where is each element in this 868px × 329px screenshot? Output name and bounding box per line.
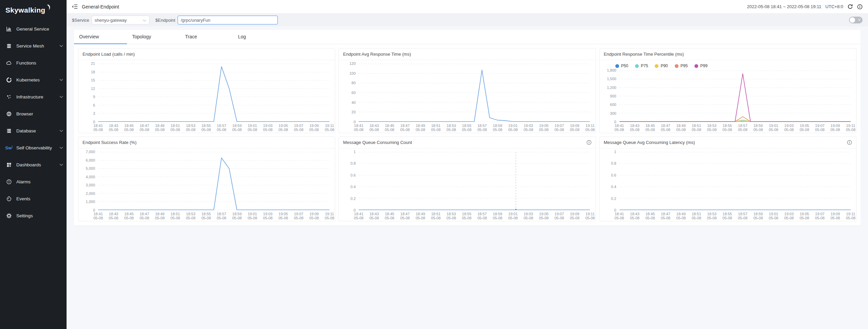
sidebar-item-label: Alarms: [16, 179, 63, 184]
service-select[interactable]: shenyu-gateway: [92, 16, 149, 24]
sidebar-item-functions[interactable]: Functions: [0, 54, 67, 71]
x-tick-label: 18:5105-08: [170, 212, 180, 220]
chart-card-message-queue-avg-consuming-latency-ms: Message Queue Avg Consuming Latency (ms)…: [599, 136, 856, 221]
sidebar-item-events[interactable]: Events: [0, 190, 67, 207]
timezone[interactable]: UTC+8:0: [826, 4, 843, 9]
sidebar-item-settings[interactable]: Settings: [0, 207, 67, 224]
x-tick-label: 18:4105-08: [354, 124, 363, 132]
legend-item-p99[interactable]: P99: [694, 63, 707, 68]
logo-text: Skywalking: [5, 6, 45, 14]
layers-icon: [6, 43, 12, 49]
chart-plot[interactable]: [98, 63, 329, 122]
x-tick-label: 19:0305-08: [524, 124, 533, 132]
app-logo[interactable]: Skywalking: [0, 0, 67, 20]
chart-info-icon[interactable]: [586, 140, 592, 145]
y-tick-label: 2,000: [86, 191, 95, 196]
x-tick-label: 18:4905-08: [416, 124, 425, 132]
legend-dot: [694, 64, 698, 68]
y-tick-label: 6: [93, 103, 95, 107]
sidebar-item-kubernetes[interactable]: Kubernetes: [0, 71, 67, 88]
x-tick-label: 18:4705-08: [400, 212, 410, 220]
y-tick-label: 120: [349, 61, 356, 66]
y-tick-label: 1,200: [607, 86, 616, 90]
tab-log[interactable]: Log: [233, 30, 286, 44]
tab-topology[interactable]: Topology: [127, 30, 180, 44]
logo-swoosh-icon: [46, 4, 51, 13]
x-tick-label: 18:4705-08: [661, 212, 670, 220]
legend-item-p90[interactable]: P90: [655, 63, 668, 68]
x-tick-label: 18:5305-08: [707, 212, 717, 220]
endpoint-input[interactable]: [178, 16, 278, 24]
x-tick-label: 18:4105-08: [93, 212, 103, 220]
x-tick-label: 19:0705-08: [555, 212, 564, 220]
x-tick-label: 18:5105-08: [170, 124, 180, 132]
x-tick-label: 19:0905-08: [309, 212, 319, 220]
y-tick-label: 600: [610, 103, 616, 107]
x-tick-label: 18:5905-08: [753, 124, 763, 132]
y-axis: 7,0006,0005,0004,0003,0002,0001,0000: [80, 152, 98, 210]
y-tick-label: 40: [351, 100, 356, 105]
time-range[interactable]: 2022-05-08 18:41 ~ 2022-05-08 19:11: [747, 4, 821, 9]
chart-plot[interactable]: [98, 152, 329, 210]
sidebar-item-self-observability[interactable]: Sw)Self Observability: [0, 139, 67, 156]
main-area: General-Endpoint 2022-05-08 18:41 ~ 2022…: [67, 0, 868, 329]
y-tick-label: 60: [351, 91, 356, 95]
y-tick-label: 4,000: [86, 175, 95, 179]
x-tick-label: 18:5305-08: [447, 212, 456, 220]
y-tick-label: 12: [91, 87, 95, 91]
tab-trace[interactable]: Trace: [180, 30, 233, 44]
legend-item-p95[interactable]: P95: [675, 63, 688, 68]
legend-dot: [615, 64, 619, 68]
chevron-down-icon: [59, 79, 63, 81]
chart-plot[interactable]: [359, 152, 590, 210]
y-axis: 10.80.60.40.20: [341, 152, 359, 210]
x-tick-label: 19:0305-08: [263, 212, 273, 220]
x-tick-label: 18:4305-08: [630, 212, 639, 220]
x-tick-label: 18:4905-08: [155, 212, 165, 220]
y-tick-label: 100: [349, 71, 356, 75]
chart-info-icon[interactable]: [847, 140, 852, 145]
x-tick-label: 19:0505-08: [800, 124, 809, 132]
y-tick-label: 3,000: [86, 183, 95, 187]
chart-title: Message Queue Consuming Count: [343, 140, 412, 145]
y-tick-label: 15: [91, 78, 95, 82]
x-tick-label: 19:1105-08: [325, 212, 334, 220]
chart-plot[interactable]: [619, 70, 851, 122]
chart-plot[interactable]: [359, 63, 590, 122]
database-icon: [6, 128, 12, 134]
chart-title: Message Queue Avg Consuming Latency (ms): [604, 140, 695, 145]
sidebar-item-browser[interactable]: Browser: [0, 105, 67, 122]
x-tick-label: 18:4705-08: [140, 212, 149, 220]
legend-item-p50[interactable]: P50: [615, 63, 628, 68]
x-tick-label: 19:0505-08: [278, 212, 288, 220]
sidebar-item-general-service[interactable]: General Service: [0, 20, 67, 37]
sidebar-item-infrastructure[interactable]: Infrastructure: [0, 88, 67, 105]
sidebar-item-dashboards[interactable]: Dashboards: [0, 156, 67, 173]
y-tick-label: 900: [610, 94, 616, 98]
tab-overview[interactable]: Overview: [74, 30, 127, 44]
endpoint-label: $Endpoint: [156, 18, 176, 23]
y-tick-label: 0.6: [611, 173, 616, 177]
refresh-icon[interactable]: [847, 4, 853, 10]
legend-item-p75[interactable]: P75: [635, 63, 648, 68]
info-icon[interactable]: [857, 4, 863, 10]
collapse-sidebar-icon[interactable]: [72, 4, 78, 9]
sw-icon: Sw): [6, 145, 12, 150]
chart-plot[interactable]: [619, 152, 851, 210]
view-toggle[interactable]: V: [849, 17, 863, 23]
sidebar-item-service-mesh[interactable]: Service Mesh: [0, 37, 67, 54]
x-tick-label: 18:4705-08: [140, 124, 149, 132]
sidebar-item-label: Functions: [16, 60, 63, 66]
sidebar-item-label: Settings: [16, 213, 63, 218]
x-tick-label: 18:5505-08: [201, 212, 211, 220]
sidebar-item-database[interactable]: Database: [0, 122, 67, 139]
x-tick-label: 19:0705-08: [294, 212, 303, 220]
y-tick-label: 0.8: [611, 161, 616, 165]
x-tick-label: 18:4105-08: [354, 212, 363, 220]
x-tick-label: 19:0105-08: [769, 124, 778, 132]
sidebar-item-label: Self Observability: [16, 145, 58, 150]
sidebar-item-alarms[interactable]: Alarms: [0, 173, 67, 190]
x-tick-label: 18:4505-08: [124, 124, 134, 132]
y-tick-label: 0.6: [350, 173, 356, 177]
x-tick-label: 19:0305-08: [784, 212, 794, 220]
